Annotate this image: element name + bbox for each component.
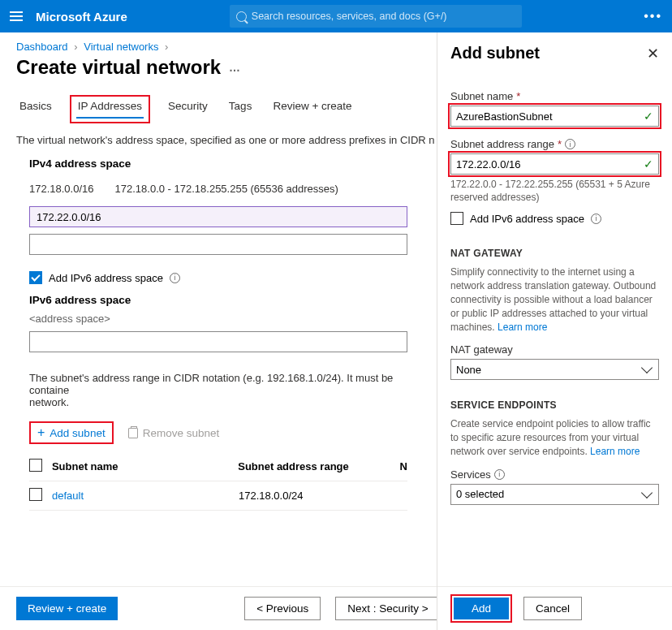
subnet-name-label: Subnet name* [450,90,659,102]
top-bar: Microsoft Azure Search resources, servic… [0,0,672,32]
panel-title: Add subnet [450,44,540,63]
search-placeholder: Search resources, services, and docs (G+… [252,11,447,22]
nat-gateway-label: NAT gateway [450,343,659,356]
check-icon: ✓ [644,158,653,170]
tab-tags[interactable]: Tags [226,95,256,123]
info-icon[interactable]: i [494,469,505,480]
learn-more-link[interactable]: Learn more [590,446,640,457]
subnet-table: Subnet name Subnet address range N defau… [29,452,407,511]
tab-basics[interactable]: Basics [16,95,55,123]
table-row: default 172.18.0.0/24 [29,481,407,511]
info-icon[interactable]: i [591,214,601,224]
info-icon[interactable]: i [170,273,180,283]
trash-icon [128,428,138,438]
ipv6-cidr-input[interactable] [29,331,407,352]
service-endpoints-header: SERVICE ENDPOINTS [450,399,659,411]
tab-security[interactable]: Security [165,95,211,123]
search-icon [236,11,247,22]
brand-label: Microsoft Azure [36,10,127,24]
ipv4-cidr-input-empty[interactable] [29,234,407,255]
breadcrumb-vnets[interactable]: Virtual networks [84,41,158,53]
subnet-name-input[interactable]: AzureBastionSubnet ✓ [450,106,659,127]
panel-footer: Add Cancel [437,586,672,630]
next-button[interactable]: Next : Security > [335,597,440,620]
nat-gateway-select[interactable]: None [450,359,659,380]
info-icon[interactable]: i [565,139,575,149]
menu-icon[interactable] [10,11,23,21]
add-subnet-button[interactable]: + Add subnet [31,423,112,442]
more-icon[interactable]: ••• [644,9,662,24]
check-icon: ✓ [644,110,653,123]
close-icon[interactable]: ✕ [647,45,659,63]
breadcrumb-dashboard[interactable]: Dashboard [16,41,68,53]
cancel-button[interactable]: Cancel [523,597,582,620]
ellipsis-icon[interactable]: … [229,61,242,74]
select-all-checkbox[interactable] [29,459,42,472]
panel-ipv6-checkbox-row[interactable]: Add IPv6 address space i [450,204,659,233]
services-select[interactable]: 0 selected [450,484,659,505]
tab-review[interactable]: Review + create [269,95,355,123]
row-checkbox[interactable] [29,488,42,501]
previous-button[interactable]: < Previous [244,597,321,620]
subnet-link[interactable]: default [52,490,84,502]
add-button[interactable]: Add [454,598,509,619]
plus-icon: + [37,426,45,439]
nat-gateway-header: NAT GATEWAY [450,248,659,259]
nat-gateway-text: Simplify connectivity to the internet us… [450,265,659,334]
tab-ip-addresses[interactable]: IP Addresses [76,100,144,119]
subnet-range-input[interactable]: 172.22.0.0/16 ✓ [450,153,659,175]
ipv4-cidr-input[interactable]: 172.22.0.0/16 [29,206,407,227]
review-create-button[interactable]: Review + create [16,597,118,620]
remove-subnet-button: Remove subnet [128,427,220,439]
subnet-description: The subnet's address range in CIDR notat… [0,359,437,416]
chevron-down-icon [641,487,653,498]
table-header: Subnet name Subnet address range N [29,452,407,481]
range-helper-text: 172.22.0.0 - 172.22.255.255 (65531 + 5 A… [450,178,659,204]
learn-more-link[interactable]: Learn more [498,321,547,333]
checkbox-checked-icon[interactable] [29,271,42,284]
service-endpoints-text: Create service endpoint policies to allo… [450,417,659,458]
chevron-down-icon [641,362,653,373]
subnet-range-label: Subnet address range* i [450,138,659,150]
services-label: Services i [450,468,659,481]
checkbox-icon[interactable] [450,212,463,225]
add-subnet-panel: Add subnet ✕ Subnet name* AzureBastionSu… [437,32,672,630]
global-search-input[interactable]: Search resources, services, and docs (G+… [230,5,522,28]
